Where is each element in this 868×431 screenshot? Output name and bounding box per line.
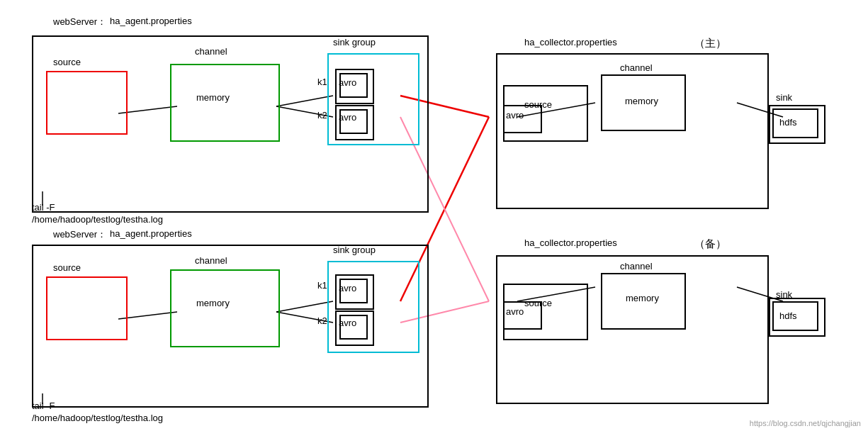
top-agent-k2-label: k2: [317, 110, 327, 121]
bottom-agent-k2-inner-box: [339, 315, 368, 340]
top-agent-source-box: [46, 71, 128, 135]
top-agent-server-label: webServer：: [53, 16, 106, 28]
bottom-agent-k1-inner-box: [339, 279, 368, 303]
top-collector-sink-label: sink: [776, 92, 792, 103]
bottom-agent-k1-label: k1: [317, 280, 327, 291]
bottom-agent-channel-box: [170, 269, 280, 347]
bottom-agent-k2-label: k2: [317, 315, 327, 326]
top-agent-path-label: /home/hadoop/testlog/testha.log: [32, 214, 163, 225]
top-collector-props-label: ha_collector.properties: [524, 37, 617, 47]
top-agent-k2-inner-box: [339, 109, 368, 134]
top-agent-sink-group-label: sink group: [333, 37, 376, 47]
top-agent-k1-label: k1: [317, 77, 327, 87]
top-agent-tail-label: tail -F: [32, 202, 55, 213]
bottom-agent-memory-label: memory: [196, 298, 230, 308]
top-agent-source-label: source: [53, 57, 81, 67]
bottom-agent-sink-group-label: sink group: [333, 245, 376, 255]
top-collector-channel-label: channel: [620, 62, 653, 73]
bottom-collector-hdfs-label: hdfs: [779, 310, 797, 321]
bottom-collector-role-label: （备）: [694, 237, 726, 251]
bottom-collector-channel-label: channel: [620, 261, 653, 272]
diagram: webServer： ha_agent.properties source ch…: [0, 0, 868, 431]
top-collector-role-label: （主）: [694, 37, 726, 50]
top-agent-channel-label: channel: [195, 46, 227, 57]
top-agent-k1-inner-box: [339, 73, 368, 98]
top-collector-memory-label: memory: [625, 96, 658, 106]
bottom-collector-props-label: ha_collector.properties: [524, 237, 617, 248]
bottom-agent-props-label: ha_agent.properties: [110, 228, 192, 239]
watermark: https://blog.csdn.net/qjchangjian: [750, 419, 861, 427]
top-agent-channel-box: [170, 64, 280, 142]
bottom-collector-avro-box: [503, 301, 542, 330]
top-agent-props-label: ha_agent.properties: [110, 16, 192, 26]
top-agent-memory-label: memory: [196, 92, 230, 103]
bottom-collector-memory-label: memory: [626, 293, 659, 303]
bottom-agent-server-label: webServer：: [53, 228, 106, 241]
bottom-agent-path-label: /home/hadoop/testlog/testha.log: [32, 413, 163, 423]
top-collector-avro-box: [503, 105, 542, 133]
bottom-agent-channel-label: channel: [195, 255, 227, 266]
bottom-agent-tail-label: tail -F: [32, 401, 55, 411]
bottom-agent-source-box: [46, 276, 128, 340]
bottom-agent-source-label: source: [53, 262, 81, 273]
top-collector-hdfs-label: hdfs: [779, 117, 797, 128]
